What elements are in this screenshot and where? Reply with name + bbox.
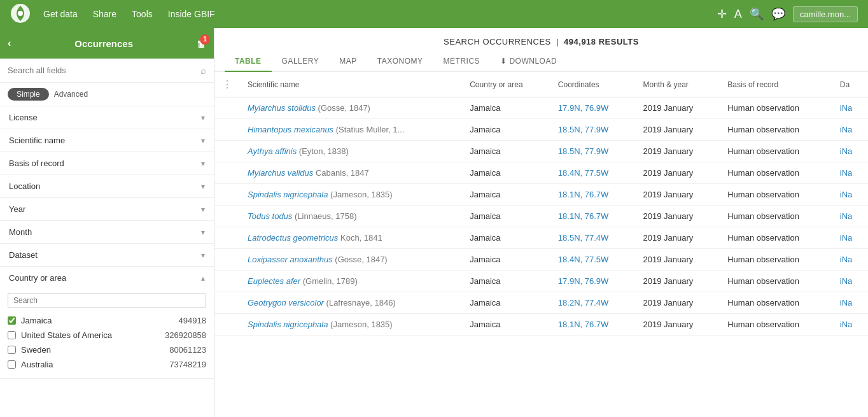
simple-button[interactable]: Simple (8, 88, 49, 101)
col-scientific-name[interactable]: Scientific name (240, 72, 462, 97)
row-sci-name[interactable]: Spindalis nigricephala (Jameson, 1835) (240, 184, 462, 206)
filter-country-header[interactable]: Country or area ▴ (0, 267, 214, 289)
row-sci-name[interactable]: Myiarchus validus Cabanis, 1847 (240, 162, 462, 184)
col-dataset[interactable]: Da (832, 72, 868, 97)
row-basis: Human observation (720, 314, 832, 336)
row-country: Jamaica (462, 292, 550, 314)
row-month-year: 2019 January (635, 271, 720, 292)
row-dataset[interactable]: iNa (832, 206, 868, 227)
nav-get-data[interactable]: Get data (43, 9, 78, 19)
gbif-logo[interactable] (10, 3, 31, 25)
add-icon[interactable]: ✛ (717, 7, 727, 21)
row-sci-name[interactable]: Geotrygon versicolor (Lafresnaye, 1846) (240, 292, 462, 314)
row-sci-name[interactable]: Aythya affinis (Eyton, 1838) (240, 141, 462, 162)
row-coords[interactable]: 18.1N, 76.7W (550, 314, 636, 336)
chevron-up-icon: ▴ (201, 274, 205, 283)
row-coords[interactable]: 18.5N, 77.9W (550, 119, 636, 141)
chevron-down-icon: ▾ (201, 113, 205, 122)
cart-button[interactable]: 🗑 1 (197, 38, 206, 49)
filter-year-header[interactable]: Year ▾ (0, 198, 214, 220)
row-dataset[interactable]: iNa (832, 184, 868, 206)
row-sci-name[interactable]: Spindalis nigricephala (Jameson, 1835) (240, 314, 462, 336)
tab-metrics[interactable]: METRICS (433, 52, 491, 72)
row-dataset[interactable]: iNa (832, 271, 868, 292)
country-item-usa: United States of America 326920858 (8, 328, 206, 343)
row-dataset[interactable]: iNa (832, 162, 868, 184)
filter-license-header[interactable]: License ▾ (0, 106, 214, 129)
row-dataset[interactable]: iNa (832, 227, 868, 249)
tab-taxonomy[interactable]: TAXONOMY (367, 52, 433, 72)
row-dataset[interactable]: iNa (832, 292, 868, 314)
row-sci-name[interactable]: Latrodectus geometricus Koch, 1841 (240, 227, 462, 249)
row-coords[interactable]: 18.4N, 77.5W (550, 249, 636, 271)
row-basis: Human observation (720, 249, 832, 271)
col-coordinates[interactable]: Coordinates (550, 72, 636, 97)
row-coords[interactable]: 18.5N, 77.4W (550, 227, 636, 249)
row-sci-name[interactable]: Euplectes afer (Gmelin, 1789) (240, 271, 462, 292)
row-country: Jamaica (462, 141, 550, 162)
search-icon[interactable]: 🔍 (750, 7, 764, 21)
row-sci-name[interactable]: Loxipasser anoxanthus (Gosse, 1847) (240, 249, 462, 271)
column-menu-icon[interactable]: ⋮ (222, 79, 232, 90)
filter-country-label: Country or area (9, 273, 66, 283)
user-button[interactable]: camille.mon... (793, 6, 858, 22)
col-country[interactable]: Country or area (462, 72, 550, 97)
tab-map[interactable]: MAP (329, 52, 367, 72)
results-table-container: ⋮ Scientific name Country or area Coordi… (214, 72, 868, 417)
row-sci-name[interactable]: Todus todus (Linnaeus, 1758) (240, 206, 462, 227)
row-dataset[interactable]: iNa (832, 314, 868, 336)
filter-month-header[interactable]: Month ▾ (0, 221, 214, 243)
country-search-input[interactable] (8, 293, 206, 308)
country-checkbox-sweden[interactable] (8, 346, 16, 354)
filter-location-header[interactable]: Location ▾ (0, 175, 214, 197)
translate-icon[interactable]: A (734, 8, 742, 21)
filter-scientific-name-header[interactable]: Scientific name ▾ (0, 129, 214, 152)
nav-inside-gbif[interactable]: Inside GBIF (168, 9, 215, 19)
filter-location: Location ▾ (0, 175, 214, 198)
row-month-year: 2019 January (635, 206, 720, 227)
country-checkbox-australia[interactable] (8, 360, 16, 369)
country-checkbox-jamaica[interactable] (8, 316, 16, 325)
row-coords[interactable]: 18.1N, 76.7W (550, 184, 636, 206)
back-button[interactable]: ‹ (8, 38, 11, 49)
nav-share[interactable]: Share (93, 9, 116, 19)
row-actions (214, 119, 240, 141)
search-input[interactable] (8, 66, 200, 75)
row-country: Jamaica (462, 206, 550, 227)
row-dataset[interactable]: iNa (832, 141, 868, 162)
row-coords[interactable]: 18.4N, 77.5W (550, 162, 636, 184)
row-dataset[interactable]: iNa (832, 119, 868, 141)
country-name-jamaica: Jamaica (21, 316, 52, 325)
row-coords[interactable]: 17.9N, 76.9W (550, 97, 636, 119)
row-coords[interactable]: 18.5N, 77.9W (550, 141, 636, 162)
row-coords[interactable]: 17.9N, 76.9W (550, 271, 636, 292)
tab-table[interactable]: TABLE (225, 52, 272, 72)
table-row: Latrodectus geometricus Koch, 1841 Jamai… (214, 227, 868, 249)
row-sci-name[interactable]: Myiarchus stolidus (Gosse, 1847) (240, 97, 462, 119)
chevron-down-icon: ▾ (201, 159, 205, 168)
nav-tools[interactable]: Tools (132, 9, 153, 19)
row-month-year: 2019 January (635, 119, 720, 141)
country-checkbox-usa[interactable] (8, 331, 16, 339)
col-month-year[interactable]: Month & year (635, 72, 720, 97)
filter-month-label: Month (9, 227, 32, 237)
col-basis[interactable]: Basis of record (720, 72, 832, 97)
table-body: Myiarchus stolidus (Gosse, 1847) Jamaica… (214, 97, 868, 336)
row-country: Jamaica (462, 314, 550, 336)
chevron-down-icon: ▾ (201, 205, 205, 214)
row-dataset[interactable]: iNa (832, 97, 868, 119)
row-actions (214, 249, 240, 271)
tab-download[interactable]: ⬇ DOWNLOAD (490, 52, 567, 72)
filter-basis-of-record-header[interactable]: Basis of record ▾ (0, 152, 214, 174)
filter-dataset-header[interactable]: Dataset ▾ (0, 244, 214, 266)
row-coords[interactable]: 18.1N, 76.7W (550, 206, 636, 227)
chat-icon[interactable]: 💬 (771, 7, 785, 21)
row-basis: Human observation (720, 97, 832, 119)
advanced-button[interactable]: Advanced (54, 90, 88, 99)
table-row: Aythya affinis (Eyton, 1838) Jamaica 18.… (214, 141, 868, 162)
row-coords[interactable]: 18.2N, 77.4W (550, 292, 636, 314)
row-dataset[interactable]: iNa (832, 249, 868, 271)
tab-gallery[interactable]: GALLERY (272, 52, 330, 72)
row-month-year: 2019 January (635, 162, 720, 184)
row-sci-name[interactable]: Himantopus mexicanus (Statius Muller, 1.… (240, 119, 462, 141)
